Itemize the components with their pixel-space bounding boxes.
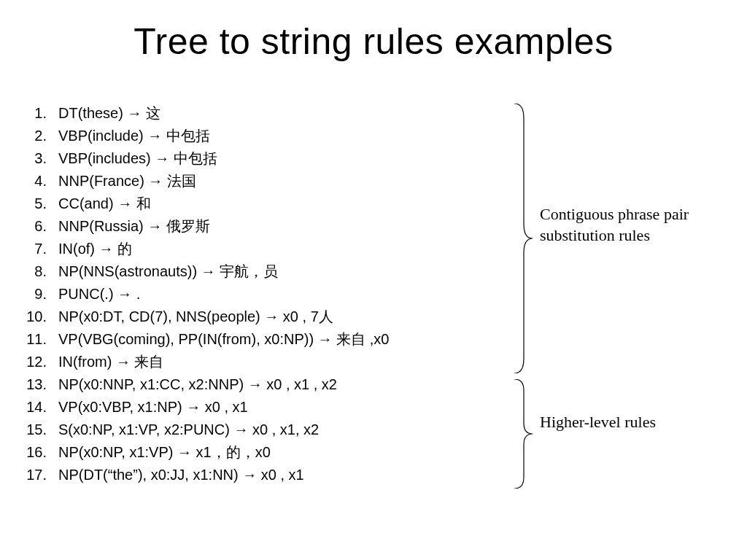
rule-item: CC(and) → 和 — [15, 192, 481, 215]
rules-list: DT(these) → 这 VBP(include) → 中包括 VBP(inc… — [15, 102, 481, 486]
rule-item: IN(from) → 来自 — [15, 351, 481, 373]
rule-item: NP(x0:DT, CD(7), NNS(people) → x0 , 7人 — [15, 306, 481, 328]
rule-item: DT(these) → 这 — [15, 102, 481, 125]
rule-item: NP(x0:NNP, x1:CC, x2:NNP) → x0 , x1 , x2 — [15, 373, 481, 396]
rule-item: PUNC(.) → . — [15, 283, 481, 306]
rule-item: VP(x0:VBP, x1:NP) → x0 , x1 — [15, 396, 481, 419]
slide: Tree to string rules examples DT(these) … — [0, 0, 747, 560]
rule-item: VBP(includes) → 中包括 — [15, 147, 481, 170]
slide-title: Tree to string rules examples — [0, 20, 747, 63]
brace-icon — [511, 104, 533, 373]
rule-item: S(x0:NP, x1:VP, x2:PUNC) → x0 , x1, x2 — [15, 419, 481, 441]
rule-item: NP(DT(“the”), x0:JJ, x1:NN) → x0 , x1 — [15, 464, 481, 486]
rule-item: VP(VBG(coming), PP(IN(from), x0:NP)) → 来… — [15, 328, 481, 351]
rule-item: NNP(Russia) → 俄罗斯 — [15, 215, 481, 238]
annotation-lower: Higher-level rules — [540, 412, 722, 433]
annotation-upper: Contiguous phrase pair substitution rule… — [540, 204, 722, 246]
rule-item: NP(NNS(astronauts)) → 宇航，员 — [15, 260, 481, 283]
rule-item: NNP(France) → 法国 — [15, 170, 481, 192]
brace-icon — [511, 379, 533, 489]
rule-item: NP(x0:NP, x1:VP) → x1，的，x0 — [15, 441, 481, 464]
rule-item: VBP(include) → 中包括 — [15, 125, 481, 147]
rule-item: IN(of) → 的 — [15, 238, 481, 260]
